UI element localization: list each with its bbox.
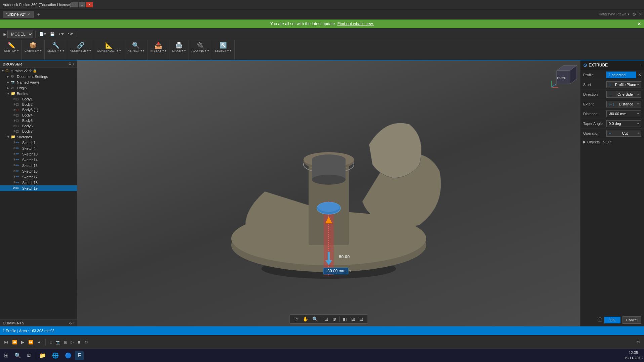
timeline-play2-icon[interactable]: ▷ <box>69 339 75 345</box>
tree-sketch4[interactable]: 👁 ✏ Sketch4 <box>0 145 77 151</box>
help-icon[interactable]: ? <box>639 12 641 17</box>
root-lock-icon[interactable]: 🔒 <box>33 69 37 73</box>
construct-button[interactable]: 📐 CONSTRUCT ▾ <box>95 41 122 53</box>
assemble-button[interactable]: 🔗 ASSEMBLE ▾ <box>69 41 93 53</box>
modify-button[interactable]: 🔧 MODIFY ▾ <box>46 41 66 53</box>
tree-sketch16[interactable]: 👁 ✏ Sketch16 <box>0 168 77 174</box>
minimize-button[interactable]: – <box>71 2 78 7</box>
play-end-button[interactable]: ⏭ <box>36 339 43 345</box>
play-start-button[interactable]: ⏮ <box>3 339 9 345</box>
named-views-expand-icon[interactable]: ▶ <box>7 81 11 84</box>
distance-badge-arrow[interactable]: ▾ <box>349 269 351 273</box>
bodies-expand-icon[interactable]: ▼ <box>7 92 11 95</box>
start-value[interactable]: |← Profile Plane ▾ <box>606 81 641 88</box>
notification-link[interactable]: Find out what's new. <box>337 21 374 26</box>
new-button[interactable]: 📄▾ <box>38 31 48 37</box>
operation-value[interactable]: ✂ Cut ▾ <box>606 130 641 137</box>
sketch19-eye-icon[interactable]: 👁 <box>13 186 16 190</box>
play-back-button[interactable]: ⏪ <box>11 339 18 345</box>
comments-expand-icon[interactable]: › <box>73 321 74 325</box>
zoom-button[interactable]: 🔍 <box>311 316 320 322</box>
tree-root[interactable]: ▼ ⬡ turbine v2 ⚙ 🔒 <box>0 68 77 74</box>
objects-to-cut-row[interactable]: ▶ Objects To Cut <box>580 138 644 145</box>
zoom-in-button[interactable]: ⊕ <box>331 316 338 322</box>
ok-button[interactable]: OK <box>604 317 620 323</box>
tree-sketch19[interactable]: 👁 ✏ Sketch19 <box>0 185 77 191</box>
sketch18-eye-icon[interactable]: 👁 <box>13 181 16 184</box>
tree-body5[interactable]: 👁 □ Body5 <box>0 118 77 123</box>
undo-button[interactable]: ↩▾ <box>57 31 66 37</box>
sketch16-eye-icon[interactable]: 👁 <box>13 169 16 173</box>
sketch17-eye-icon[interactable]: 👁 <box>13 175 16 179</box>
timeline-record-icon[interactable]: ⏺ <box>76 339 82 345</box>
tree-sketch14[interactable]: 👁 ✏ Sketch14 <box>0 157 77 163</box>
new-tab-button[interactable]: + <box>35 11 42 17</box>
sketch1-eye-icon[interactable]: 👁 <box>13 141 16 144</box>
body4-eye-icon[interactable]: 👁 <box>13 114 16 117</box>
task-view-button[interactable]: ⧉ <box>25 351 34 360</box>
viewcube[interactable]: HOME <box>550 64 577 91</box>
tree-body7[interactable]: 👁 □ Body7 <box>0 129 77 134</box>
sketch15-eye-icon[interactable]: 👁 <box>13 164 16 167</box>
doc-settings-expand-icon[interactable]: ▶ <box>7 75 11 78</box>
notification-close-icon[interactable]: ✕ <box>637 21 641 27</box>
save-button[interactable]: 💾 <box>48 31 56 37</box>
distance-input-badge[interactable]: -80.00 mm <box>323 268 348 274</box>
tree-sketch15[interactable]: 👁 ✏ Sketch15 <box>0 163 77 168</box>
search-button[interactable]: 🔍 <box>12 351 24 360</box>
tree-named-views[interactable]: ▶ 📷 Named Views <box>0 79 77 85</box>
browser-expand-icon[interactable]: › <box>73 62 74 66</box>
addins-button[interactable]: 🔌 ADD-INS ▾ <box>190 41 210 53</box>
restore-button[interactable]: □ <box>79 2 85 7</box>
body5-eye-icon[interactable]: 👁 <box>13 119 16 123</box>
play-forward-button[interactable]: ⏩ <box>27 339 35 345</box>
tree-sketch10[interactable]: 👁 ✏ Sketch10 <box>0 151 77 157</box>
chrome-button[interactable]: 🔵 <box>62 351 74 360</box>
direction-value[interactable]: → One Side ▾ <box>606 91 641 98</box>
inspect-button[interactable]: 🔍 INSPECT ▾ <box>125 41 146 53</box>
body7-eye-icon[interactable]: 👁 <box>13 130 16 133</box>
explorer-button[interactable]: 📁 <box>37 351 49 360</box>
pan-button[interactable]: ✋ <box>301 316 310 322</box>
extent-value[interactable]: |→| Distance ▾ <box>606 101 641 107</box>
distance-field[interactable]: -80.00 mm ▾ <box>606 110 641 117</box>
sketch4-eye-icon[interactable]: 👁 <box>13 146 16 150</box>
start-button[interactable]: ⊞ <box>1 351 11 360</box>
sketch14-eye-icon[interactable]: 👁 <box>13 158 16 162</box>
info-icon[interactable]: ⓘ <box>598 317 602 323</box>
tree-document-settings[interactable]: ▶ ⚙ Document Settings <box>0 74 77 79</box>
model-dropdown[interactable]: MODEL <box>7 31 33 38</box>
grid-button[interactable]: ⊞ <box>350 316 357 322</box>
redo-button[interactable]: ↪▾ <box>66 31 75 37</box>
profile-clear-icon[interactable]: ✕ <box>638 73 641 77</box>
edge-button[interactable]: 🌐 <box>49 351 62 360</box>
display-mode-button[interactable]: ◧ <box>341 316 349 322</box>
fit-button[interactable]: ⊡ <box>323 316 330 322</box>
body2-eye-icon[interactable]: 👁 <box>13 103 16 106</box>
tree-body1[interactable]: 👁 □ Body1 <box>0 96 77 102</box>
body3-eye-icon[interactable]: 👁 <box>13 108 16 112</box>
viewport[interactable]: 80.00 -80.00 mm ▾ HOME ⟳ ✋ � <box>77 60 580 326</box>
tab-close-icon[interactable]: ✕ <box>27 12 30 16</box>
tree-sketch17[interactable]: 👁 ✏ Sketch17 <box>0 174 77 180</box>
tree-body3[interactable]: 👁 □ Body3 (1) <box>0 107 77 112</box>
browser-settings-icon[interactable]: ⚙ <box>68 62 72 66</box>
select-button[interactable]: ↖️ SELECT ▾ <box>213 41 233 53</box>
sketch-button[interactable]: ✏️ SKETCH ▾ <box>3 41 20 53</box>
tree-body2[interactable]: 👁 □ Body2 <box>0 102 77 107</box>
sketches-expand-icon[interactable]: ▼ <box>7 135 11 139</box>
tree-sketch1[interactable]: 👁 ✏ Sketch1 <box>0 140 77 145</box>
grid-icon[interactable]: ⊞ <box>3 32 7 37</box>
settings-icon[interactable]: ⚙ <box>632 12 636 17</box>
tree-body6[interactable]: 👁 □ Body6 <box>0 123 77 129</box>
cancel-button[interactable]: Cancel <box>622 316 641 324</box>
sketch10-eye-icon[interactable]: 👁 <box>13 152 16 156</box>
active-tab[interactable]: turbine v2* ✕ <box>3 11 34 18</box>
timeline-home-icon[interactable]: ⌂ <box>48 339 53 345</box>
root-settings-icon[interactable]: ⚙ <box>29 69 32 73</box>
root-expand-icon[interactable]: ▼ <box>1 69 5 73</box>
tree-sketches[interactable]: ▼ 📁 Sketches <box>0 134 77 140</box>
gear-settings-button[interactable]: ⚙ <box>635 339 641 345</box>
tree-bodies[interactable]: ▼ 📁 Bodies <box>0 91 77 96</box>
timeline-camera-icon[interactable]: 📷 <box>54 339 62 345</box>
